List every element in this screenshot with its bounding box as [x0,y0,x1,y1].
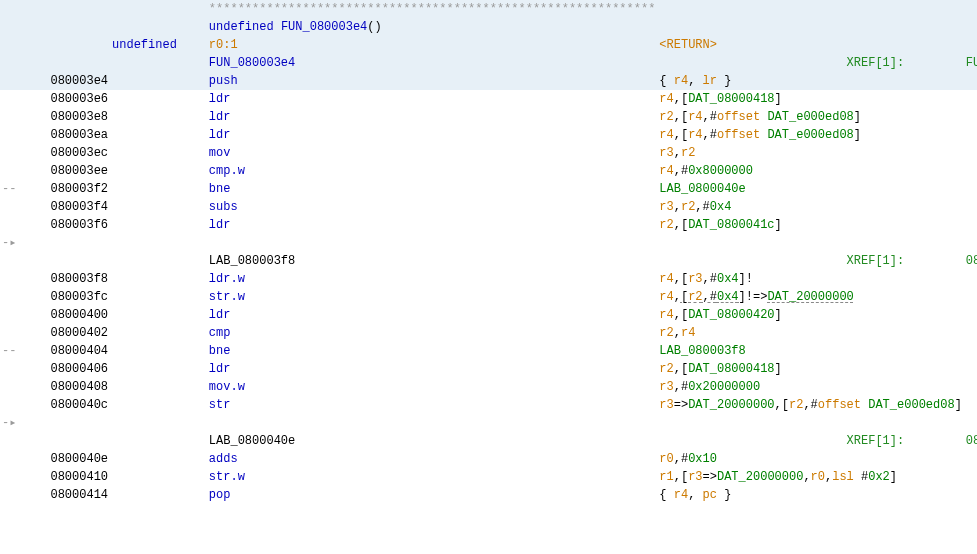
function-signature-row[interactable]: undefined FUN_080003e4() [0,18,977,36]
data-ref[interactable]: DAT_08000418 [688,92,774,106]
xref-link[interactable]: 080003f2(j) [966,434,977,448]
disasm-row[interactable]: 080003ea ldr r4,[r4,#offset DAT_e000ed08… [0,126,977,144]
address[interactable]: 080003ea [18,126,110,144]
address[interactable]: 080003e6 [18,90,110,108]
return-type-keyword: undefined [209,20,274,34]
code-label[interactable]: LAB_080003f8 [209,254,295,268]
disasm-row[interactable]: 0800040c str r3=>DAT_20000000,[r2,#offse… [0,396,977,414]
disasm-row[interactable]: 08000406 ldr r2,[DAT_08000418] = = E000E… [0,360,977,378]
disasm-row[interactable]: 08000402 cmp r2,r4 [0,324,977,342]
disasm-row[interactable]: 0800040e adds r0,#0x10 [0,450,977,468]
disasm-row[interactable]: 080003ee cmp.w r4,#0x8000000 [0,162,977,180]
xref-link[interactable]: FUN_080004f0:08000562(c) [966,56,977,70]
disasm-row[interactable]: 08000400 ldr r4,[DAT_08000420] = = 20000… [0,306,977,324]
disasm-row[interactable]: 080003e6 ldr r4,[DAT_08000418] = = E000E… [0,90,977,108]
disasm-row[interactable]: 080003f8 ldr.w r4,[r3,#0x4]! [0,270,977,288]
data-ref[interactable]: DAT_e000ed08 [767,110,853,124]
xref-tag[interactable]: XREF[1]: [847,56,905,70]
branch-target[interactable]: LAB_0800040e [659,182,745,196]
function-label[interactable]: FUN_080003e4 [209,56,295,70]
parens: () [367,20,381,34]
return-tag: <RETURN> [659,38,717,52]
disasm-row[interactable]: 080003e8 ldr r2,[r4,#offset DAT_e000ed08… [0,108,977,126]
function-name-label[interactable]: FUN_080003e4 [281,20,367,34]
address[interactable]: 080003e4 [18,72,110,90]
mnemonic: ldr [209,92,231,106]
address[interactable]: 080003e8 [18,108,110,126]
data-ref[interactable]: DAT_e000ed08 [767,128,853,142]
disasm-row[interactable]: -- 080003f2 bne LAB_0800040e [0,180,977,198]
data-ref[interactable]: DAT_0800041c [688,218,774,232]
return-storage-row: undefined r0:1 <RETURN> [0,36,977,54]
disasm-row[interactable]: 080003e4 push { r4, lr } [0,72,977,90]
xref-link[interactable]: 08000404(j) [966,254,977,268]
xref-tag[interactable]: XREF[1]: [847,254,905,268]
data-ref[interactable]: DAT_08000418 [688,362,774,376]
disasm-row[interactable]: 080003f4 subs r3,r2,#0x4 [0,198,977,216]
disasm-row[interactable]: 080003f6 ldr r2,[DAT_0800041c] = = 1FFFF… [0,216,977,234]
label-row[interactable]: LAB_080003f8 XREF[1]: 08000404(j) [0,252,977,270]
data-ref[interactable]: DAT_20000000 [767,290,853,304]
code-label[interactable]: LAB_0800040e [209,434,295,448]
data-ref[interactable]: DAT_08000420 [688,308,774,322]
function-label-row: FUN_080003e4 XREF[1]: FUN_080004f0:08000… [0,54,977,72]
disasm-row[interactable]: 080003fc str.w r4,[r2,#0x4]!=>DAT_200000… [0,288,977,306]
return-register: r0:1 [209,38,238,52]
label-row[interactable]: LAB_0800040e XREF[1]: 080003f2(j) [0,432,977,450]
disasm-row[interactable]: 08000414 pop { r4, pc } [0,486,977,504]
blank-row: -▸ [0,234,977,252]
data-ref[interactable]: DAT_20000000 [688,398,774,412]
data-ref[interactable]: DAT_20000000 [717,470,803,484]
disasm-row[interactable]: 080003ec mov r3,r2 [0,144,977,162]
blank-row: -▸ [0,414,977,432]
branch-target[interactable]: LAB_080003f8 [659,344,745,358]
return-type: undefined [112,38,177,52]
disasm-row[interactable]: 08000408 mov.w r3,#0x20000000 [0,378,977,396]
separator-text: ****************************************… [209,2,655,16]
xref-tag[interactable]: XREF[1]: [847,434,905,448]
separator-row: ****************************************… [0,0,977,18]
mnemonic: push [209,74,238,88]
data-ref[interactable]: DAT_e000ed08 [868,398,954,412]
disasm-row[interactable]: -- 08000404 bne LAB_080003f8 [0,342,977,360]
disasm-row[interactable]: 08000410 str.w r1,[r3=>DAT_20000000,r0,l… [0,468,977,486]
disassembly-listing: ****************************************… [0,0,977,504]
